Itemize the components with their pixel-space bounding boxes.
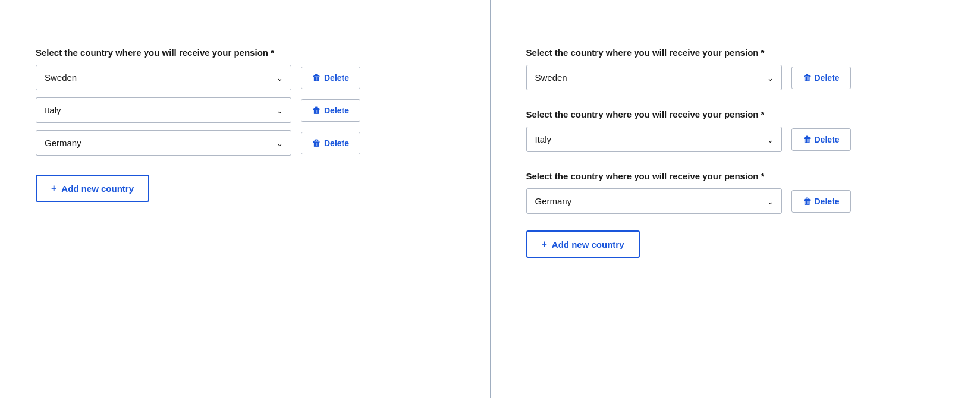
delete-label: Delete	[815, 135, 840, 144]
left-panel: Select the country where you will receiv…	[0, 0, 490, 398]
left-select-wrapper-sweden: Sweden Italy Germany France Spain ⌄	[36, 65, 291, 90]
left-country-row-italy: Sweden Italy Germany France Spain ⌄ 🗑 De…	[36, 97, 454, 123]
delete-label: Delete	[324, 73, 349, 83]
right-country-select-sweden[interactable]: Sweden Italy Germany France	[526, 65, 782, 90]
right-country-select-italy[interactable]: Sweden Italy Germany France	[526, 127, 782, 152]
right-country-row-germany: Sweden Italy Germany France ⌄ 🗑 Delete	[526, 188, 945, 214]
right-select-wrapper-sweden: Sweden Italy Germany France ⌄	[526, 65, 782, 90]
trash-icon: 🗑	[803, 135, 811, 144]
right-country-row-sweden: Sweden Italy Germany France ⌄ 🗑 Delete	[526, 65, 945, 90]
delete-label: Delete	[324, 138, 349, 148]
right-panel: Select the country where you will receiv…	[491, 0, 981, 398]
right-select-wrapper-italy: Sweden Italy Germany France ⌄	[526, 127, 782, 152]
right-select-wrapper-germany: Sweden Italy Germany France ⌄	[526, 188, 782, 214]
left-country-row-sweden: Sweden Italy Germany France Spain ⌄ 🗑 De…	[36, 65, 454, 90]
right-country-select-germany[interactable]: Sweden Italy Germany France	[526, 188, 782, 214]
right-delete-button-italy[interactable]: 🗑 Delete	[791, 128, 851, 151]
left-add-country-button[interactable]: + Add new country	[36, 175, 149, 202]
delete-label: Delete	[815, 73, 840, 83]
left-country-select-sweden[interactable]: Sweden Italy Germany France Spain	[36, 65, 291, 90]
right-country-section-italy: Select the country where you will receiv…	[526, 109, 945, 152]
delete-label: Delete	[324, 106, 349, 115]
delete-label: Delete	[815, 197, 840, 206]
right-delete-button-sweden[interactable]: 🗑 Delete	[791, 67, 851, 89]
right-country-section-germany: Select the country where you will receiv…	[526, 171, 945, 214]
right-country-row-italy: Sweden Italy Germany France ⌄ 🗑 Delete	[526, 127, 945, 152]
left-delete-button-italy[interactable]: 🗑 Delete	[301, 99, 360, 122]
right-country-section-sweden: Select the country where you will receiv…	[526, 48, 945, 90]
plus-icon: +	[542, 239, 547, 249]
add-country-label: Add new country	[61, 184, 134, 194]
left-section-label: Select the country where you will receiv…	[36, 48, 454, 58]
right-section-label-sweden: Select the country where you will receiv…	[526, 48, 945, 58]
right-delete-button-germany[interactable]: 🗑 Delete	[791, 190, 851, 213]
plus-icon: +	[51, 183, 56, 194]
right-section-label-germany: Select the country where you will receiv…	[526, 171, 945, 181]
left-country-select-germany[interactable]: Sweden Italy Germany France Spain	[36, 130, 291, 156]
right-section-label-italy: Select the country where you will receiv…	[526, 109, 945, 119]
left-country-row-germany: Sweden Italy Germany France Spain ⌄ 🗑 De…	[36, 130, 454, 156]
left-select-wrapper-germany: Sweden Italy Germany France Spain ⌄	[36, 130, 291, 156]
trash-icon: 🗑	[312, 138, 321, 148]
left-country-select-italy[interactable]: Sweden Italy Germany France Spain	[36, 97, 291, 123]
left-delete-button-germany[interactable]: 🗑 Delete	[301, 132, 360, 154]
trash-icon: 🗑	[312, 73, 321, 83]
trash-icon: 🗑	[803, 73, 811, 83]
left-delete-button-sweden[interactable]: 🗑 Delete	[301, 67, 360, 89]
trash-icon: 🗑	[312, 106, 321, 115]
left-select-wrapper-italy: Sweden Italy Germany France Spain ⌄	[36, 97, 291, 123]
trash-icon: 🗑	[803, 197, 811, 206]
right-add-country-button[interactable]: + Add new country	[526, 230, 640, 258]
add-country-label: Add new country	[552, 239, 624, 249]
